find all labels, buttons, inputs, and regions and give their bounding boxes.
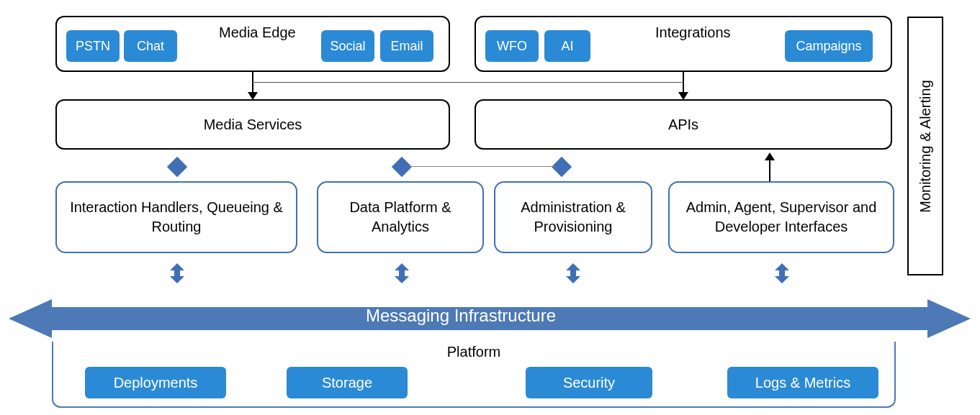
media-services-box: Media Services (55, 99, 450, 150)
chip-storage: Storage (287, 367, 408, 398)
arrow-media-edge-to-services-line (252, 72, 253, 94)
chip-social: Social (321, 30, 374, 62)
chip-logs-metrics: Logs & Metrics (727, 367, 878, 398)
dblarrow-admin-prov (563, 263, 583, 283)
interfaces-box: Admin, Agent, Supervisor and Developer I… (668, 181, 894, 253)
arrow-interfaces-to-apis-line (769, 160, 770, 181)
integrations-title: Integrations (655, 24, 731, 41)
arrow-interfaces-to-apis-head (765, 152, 775, 160)
platform-title: Platform (52, 344, 896, 360)
arrow-integrations-to-apis-line (683, 72, 684, 94)
admin-provisioning-box: Administration & Provisioning (494, 181, 652, 253)
media-edge-title: Media Edge (219, 24, 296, 41)
chip-email: Email (380, 30, 433, 62)
monitoring-sidebar-text: Monitoring & Alerting (917, 80, 934, 213)
connector-row1-horizontal (252, 82, 684, 83)
svg-marker-3 (775, 263, 789, 283)
chip-wfo: WFO (485, 30, 539, 62)
chip-chat: Chat (124, 30, 177, 62)
dblarrow-interfaces (772, 263, 792, 283)
dblarrow-data-platform (392, 263, 412, 283)
chip-ai: AI (544, 30, 590, 62)
diamond-interaction (167, 157, 187, 177)
chip-deployments: Deployments (85, 367, 226, 398)
diamond-data-platform (392, 157, 412, 177)
interaction-handlers-box: Interaction Handlers, Queueing & Routing (55, 181, 297, 253)
svg-marker-0 (170, 263, 184, 283)
diamond-admin-prov (552, 157, 572, 177)
connector-diamond-horizontal (409, 166, 556, 167)
messaging-label: Messaging Infrastructure (0, 306, 922, 326)
svg-marker-1 (395, 263, 409, 283)
monitoring-sidebar-label: Monitoring & Alerting (907, 17, 943, 275)
dblarrow-interaction (167, 263, 187, 283)
data-platform-box: Data Platform & Analytics (317, 181, 484, 253)
chip-security: Security (526, 367, 652, 398)
chip-pstn: PSTN (66, 30, 120, 62)
chip-campaigns: Campaigns (785, 30, 873, 62)
apis-box: APIs (475, 99, 892, 150)
svg-marker-2 (566, 263, 580, 283)
